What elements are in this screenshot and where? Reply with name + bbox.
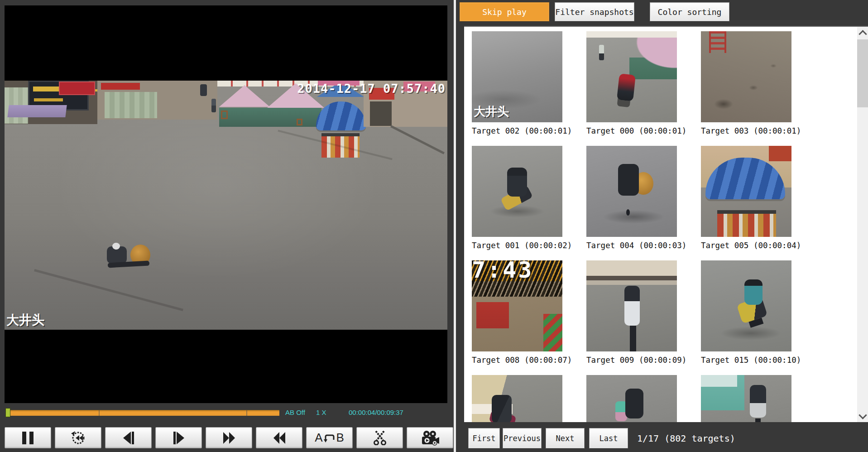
scroll-down-button[interactable]: [857, 410, 868, 422]
scene-awning: [7, 105, 67, 117]
step-forward-button[interactable]: [155, 427, 202, 448]
transport-controls: A B: [5, 427, 454, 448]
previous-page-button[interactable]: Previous: [503, 428, 542, 448]
pause-button[interactable]: [5, 427, 51, 448]
fast-forward-icon: [222, 431, 236, 445]
step-forward-icon: [172, 431, 186, 445]
speed-label: 1 X: [316, 409, 326, 416]
time-label: 00:00:04/00:09:37: [349, 409, 403, 416]
filter-snapshots-button[interactable]: Filter snapshots: [555, 2, 634, 21]
scene-shops-middle: [97, 81, 217, 120]
page-status: 1/17 (802 targets): [637, 428, 735, 448]
scene-curb: [390, 125, 445, 154]
target-thumbnail[interactable]: [701, 146, 791, 237]
target-thumbnail[interactable]: [586, 146, 677, 237]
target-thumbnail[interactable]: 大井头: [472, 31, 562, 122]
gallery-scrollbar[interactable]: [857, 27, 868, 422]
record-clip-icon: [421, 430, 440, 446]
cut-icon: [373, 431, 387, 445]
ab-repeat-icon: A B: [315, 431, 344, 445]
thumb-time-overlay: 7:43: [472, 260, 533, 283]
seek-tick: [246, 410, 247, 416]
video-player-panel: 2014-12-17 07:57:40 大井头 AB Off 1 X 00:00…: [0, 0, 454, 452]
step-back-icon: [121, 431, 136, 445]
video-timestamp-overlay: 2014-12-17 07:57:40: [297, 82, 446, 96]
target-thumbnail[interactable]: [701, 31, 791, 122]
chevron-up-icon: [858, 30, 867, 38]
target-cell: Target 005 (00:00:04): [701, 146, 791, 260]
thumb-camera-overlay: 大井头: [474, 104, 509, 120]
target-cell: 7:43 Target 008 (00:00:07): [472, 260, 562, 375]
target-thumbnail[interactable]: [472, 146, 562, 237]
target-cell: [586, 375, 677, 422]
scene-chair: [221, 111, 228, 119]
next-page-button[interactable]: Next: [546, 428, 585, 448]
cut-button[interactable]: [356, 427, 403, 448]
scene-road-mark: [34, 269, 183, 311]
target-cell: Target 009 (00:00:09): [586, 260, 677, 375]
scroll-up-button[interactable]: [857, 27, 868, 38]
rewind-icon: [272, 431, 287, 445]
target-thumbnail[interactable]: [586, 375, 677, 422]
target-cell: [472, 375, 562, 422]
scene-red-sign: [59, 82, 95, 95]
target-thumbnail[interactable]: [701, 375, 791, 422]
scene-motorbike-rider: [200, 84, 207, 96]
replay-icon: [71, 431, 86, 445]
scene-stool: [297, 119, 302, 125]
target-cell: Target 003 (00:00:01): [701, 31, 791, 146]
target-thumbnail[interactable]: [472, 375, 562, 422]
scene-pedestrian: [211, 99, 216, 112]
target-cell: [701, 375, 791, 422]
record-clip-button[interactable]: [407, 427, 453, 448]
fast-forward-button[interactable]: [206, 427, 252, 448]
camera-name-overlay: 大井头: [6, 312, 44, 329]
color-sorting-button[interactable]: Color sorting: [650, 2, 729, 21]
snapshot-grid: 大井头 Target 002 (00:00:01) Target 000 (00…: [472, 31, 791, 422]
target-cell: Target 001 (00:00:02): [472, 146, 562, 260]
target-gallery-panel: Skip play Filter snapshots Color sorting…: [456, 0, 868, 452]
snapshot-gallery: 大井头 Target 002 (00:00:01) Target 000 (00…: [464, 26, 868, 422]
seek-handle[interactable]: [5, 408, 10, 417]
first-page-button[interactable]: First: [468, 428, 500, 448]
ab-letter-a: A: [315, 431, 322, 445]
target-cell: 大井头 Target 002 (00:00:01): [472, 31, 562, 146]
scene-tent-wall: [219, 108, 321, 127]
ab-repeat-button[interactable]: A B: [306, 427, 353, 448]
skip-play-button[interactable]: Skip play: [460, 2, 549, 21]
rewind-button[interactable]: [256, 427, 302, 448]
seek-tick: [99, 410, 100, 416]
target-thumbnail[interactable]: [586, 260, 677, 351]
step-back-button[interactable]: [105, 427, 152, 448]
target-thumbnail[interactable]: [586, 31, 677, 122]
scrollbar-thumb[interactable]: [857, 39, 868, 107]
video-display: 2014-12-17 07:57:40 大井头: [5, 5, 447, 403]
target-cell: Target 004 (00:00:03): [586, 146, 677, 260]
video-frame: 2014-12-17 07:57:40 大井头: [5, 81, 447, 330]
replay-button[interactable]: [55, 427, 101, 448]
scene-tent: [219, 85, 270, 107]
target-cell: Target 000 (00:00:01): [586, 31, 677, 146]
target-cell: Target 015 (00:00:10): [701, 260, 791, 375]
pause-icon: [22, 432, 34, 444]
scene-rider-with-basket: [107, 243, 159, 269]
seek-track[interactable]: [5, 410, 279, 416]
target-thumbnail[interactable]: [701, 260, 791, 351]
ab-status-label: AB Off: [285, 409, 305, 416]
seek-row: AB Off 1 X 00:00:04/00:09:37: [5, 405, 449, 421]
target-thumbnail[interactable]: 7:43: [472, 260, 562, 351]
last-page-button[interactable]: Last: [589, 428, 628, 448]
chevron-down-icon: [858, 411, 867, 419]
ab-letter-b: B: [336, 431, 344, 445]
